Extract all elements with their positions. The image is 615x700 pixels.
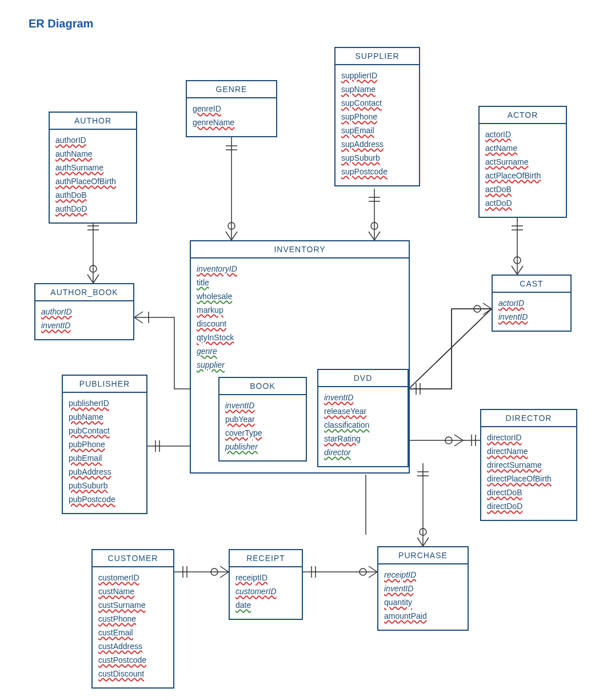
attribute: amountPaid [384, 610, 427, 622]
attribute: actPlaceOfBirth [485, 170, 541, 182]
entity-title: DIRECTOR [481, 410, 576, 427]
attribute: actorID [485, 129, 511, 141]
attribute: custName [98, 586, 134, 598]
svg-point-40 [420, 528, 426, 535]
attribute: title [197, 277, 209, 289]
entity-author-book: AUTHOR_BOOK authorIDinventID [34, 283, 134, 340]
attribute: supEmail [341, 125, 374, 137]
attribute: customerID [235, 586, 277, 598]
attribute: directDoB [487, 487, 522, 499]
svg-line-23 [409, 309, 492, 389]
attribute: custAddress [98, 641, 142, 653]
attribute: authName [55, 148, 93, 160]
entity-body: authorIDauthNameauthSurnameauthPlaceOfBi… [50, 130, 136, 222]
entity-body: directorIDdirectNamedrirectSurnamedirect… [481, 427, 576, 520]
attribute: supPhone [341, 111, 377, 123]
entity-title: ACTOR [480, 107, 566, 124]
attribute: pubEmail [69, 452, 102, 464]
attribute: pubPhone [69, 439, 105, 451]
attribute: authorID [41, 306, 72, 318]
entity-title: GENRE [187, 81, 276, 98]
attribute: supplier [197, 359, 225, 371]
attribute: drirectSurname [487, 459, 542, 471]
svg-point-15 [514, 257, 521, 264]
attribute: pubYear [225, 413, 255, 425]
entity-body: inventIDpubYearcoverTypepublisher [219, 395, 306, 460]
attribute: supName [341, 83, 376, 96]
entity-dvd: DVD inventIDreleaseYearclassificationsta… [317, 369, 409, 467]
entity-title: DVD [318, 370, 408, 387]
attribute: date [235, 599, 251, 611]
svg-point-3 [90, 265, 97, 272]
attribute: customerID [98, 572, 139, 584]
attribute: authPlaceOfBirth [55, 176, 116, 188]
attribute: pubSuburb [69, 480, 108, 492]
entity-inventory: INVENTORY inventoryIDtitlewholesalemarku… [190, 240, 410, 474]
svg-line-30 [409, 309, 492, 389]
entity-title: INVENTORY [191, 241, 409, 258]
attribute: inventID [498, 311, 528, 323]
attribute: receiptID [384, 569, 416, 581]
attribute: receiptID [235, 572, 267, 584]
attribute: inventID [324, 392, 353, 404]
attribute: pubPostcode [69, 494, 115, 506]
attribute: custPhone [98, 613, 136, 625]
attribute: custPostcode [98, 654, 146, 666]
entity-title: RECEIPT [230, 550, 302, 567]
entity-body: receiptIDinventIDquantityamountPaid [378, 564, 468, 630]
svg-point-11 [371, 222, 378, 229]
attribute: releaseYear [324, 405, 366, 417]
attribute: supContact [341, 97, 382, 109]
entity-title: PUBLISHER [63, 376, 146, 393]
attribute: qtyInStock [197, 332, 234, 344]
entity-title: SUPPLIER [336, 48, 419, 65]
entity-receipt: RECEIPT receiptIDcustomerIDdate [229, 549, 303, 620]
entity-director: DIRECTOR directorIDdirectNamedrirectSurn… [480, 409, 577, 521]
entity-publisher: PUBLISHER publisherIDpubNamepubContactpu… [62, 375, 147, 514]
attribute: director [324, 447, 351, 459]
attribute: authDoB [55, 189, 86, 201]
entity-body: actorIDactNameactSurnameactPlaceOfBirtha… [480, 124, 566, 217]
svg-point-32 [445, 437, 452, 444]
svg-point-7 [228, 222, 235, 229]
page-title: ER Diagram [29, 17, 93, 30]
entity-body: customerIDcustNamecustSurnamecustPhonecu… [93, 567, 173, 687]
attribute: publisher [225, 441, 258, 453]
attribute: inventID [225, 400, 254, 412]
attribute: genreID [193, 103, 221, 115]
attribute: supPostcode [341, 166, 388, 178]
attribute: pubName [69, 411, 103, 423]
entity-author: AUTHOR authorIDauthNameauthSurnameauthPl… [49, 112, 137, 224]
attribute: supAddress [341, 138, 384, 150]
entity-title: AUTHOR [50, 113, 136, 130]
svg-point-29 [474, 305, 481, 312]
entity-title: CUSTOMER [93, 550, 173, 567]
attribute: directName [487, 446, 528, 458]
attribute: authDoD [55, 203, 87, 215]
attribute: actDoB [485, 184, 512, 196]
attribute: authSurname [55, 162, 103, 174]
entity-body: inventIDreleaseYearclassificationstarRat… [318, 387, 408, 466]
attribute: markup [197, 304, 223, 316]
entity-body: supplierIDsupNamesupContactsupPhonesupEm… [336, 65, 419, 185]
attribute: custDiscount [98, 668, 144, 680]
attribute: discount [197, 318, 226, 330]
attribute: authorID [55, 134, 86, 146]
attribute: supplierID [341, 70, 377, 82]
svg-point-44 [360, 568, 366, 575]
entity-body: genreIDgenreName [187, 98, 276, 136]
entity-customer: CUSTOMER customerIDcustNamecustSurnamecu… [91, 549, 174, 689]
entity-title: AUTHOR_BOOK [35, 284, 133, 301]
attribute: actorID [498, 297, 524, 309]
entity-actor: ACTOR actorIDactNameactSurnameactPlaceOf… [478, 106, 567, 218]
entity-book: BOOK inventIDpubYearcoverTypepublisher [218, 377, 307, 462]
entity-body: authorIDinventID [35, 301, 133, 339]
svg-point-48 [211, 568, 218, 575]
attribute: inventID [384, 583, 413, 595]
entity-body: actorIDinventID [493, 293, 570, 331]
entity-genre: GENRE genreIDgenreName [186, 80, 277, 137]
entity-supplier: SUPPLIER supplierIDsupNamesupContactsupP… [334, 47, 420, 186]
attribute: directorID [487, 432, 522, 444]
attribute: quantity [384, 596, 412, 608]
attribute: directDoD [487, 500, 522, 512]
